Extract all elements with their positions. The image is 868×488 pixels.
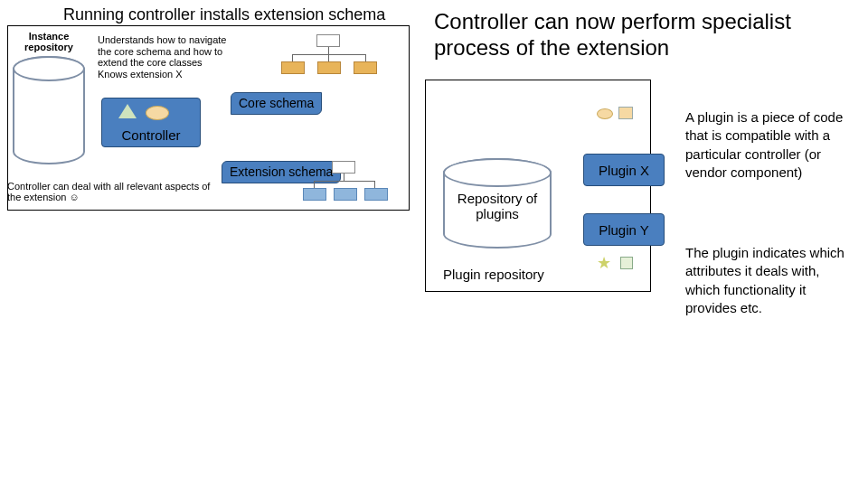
core-schema-tab: Core schema — [231, 92, 322, 115]
instance-repo-cylinder — [13, 56, 85, 164]
left-title: Running controller installs extension sc… — [63, 5, 385, 24]
plugin-indicates-text: The plugin indicates which attributes it… — [685, 244, 857, 317]
plugin-x-label: Plugin X — [599, 163, 649, 178]
plugin-y-block: Plugin Y — [583, 213, 665, 246]
understands-text: Understands how to navigate the core sch… — [98, 34, 233, 80]
core-schema-label: Core schema — [239, 97, 314, 110]
triangle-icon — [118, 104, 137, 118]
controller-label: Controller — [121, 127, 180, 143]
plugin-y-label: Plugin Y — [599, 222, 649, 238]
plugin-repo-caption: Plugin repository — [443, 267, 544, 282]
left-footnote: Controller can deal with all relevant as… — [7, 181, 215, 202]
core-tree-mini — [276, 34, 384, 80]
plugin-definition-text: A plugin is a piece of code that is comp… — [685, 108, 857, 182]
extension-tree-mini — [303, 161, 402, 202]
star-icon: ★ — [597, 253, 611, 273]
right-title: Controller can now perform specialist pr… — [434, 9, 850, 61]
plugin-x-icons — [597, 107, 651, 125]
oval-icon — [146, 106, 169, 120]
controller-block: Controller — [101, 98, 201, 147]
repo-of-plugins-label: Repository of plugins — [445, 191, 550, 221]
instance-repo-label: Instance repository — [13, 31, 85, 52]
plugin-x-block: Plugin X — [583, 154, 665, 186]
tiny-square-icon — [620, 257, 633, 269]
plugin-repo-cylinder: Repository of plugins — [443, 158, 552, 249]
